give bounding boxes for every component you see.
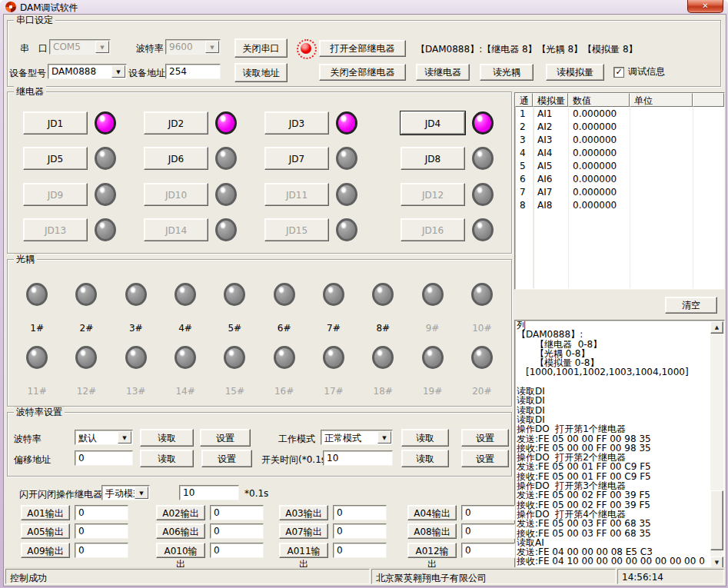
relay-button-jd5[interactable]: JD5 [23, 147, 88, 170]
opto-label: 10# [457, 323, 507, 334]
col-header-analog[interactable]: 模拟量 [533, 93, 568, 107]
relay-button-jd12[interactable]: JD12 [401, 183, 465, 206]
open-all-relays-button[interactable]: 打开全部继电器 [319, 40, 406, 57]
ao3-output-button[interactable]: A03输出 [279, 505, 328, 520]
dropdown-icon[interactable]: ▼ [95, 41, 109, 53]
baud-set-button[interactable]: 设置 [200, 429, 251, 447]
opto-cell: 18# [358, 346, 407, 397]
dropdown-icon[interactable]: ▼ [377, 431, 391, 443]
offset-set-button[interactable]: 设置 [201, 450, 252, 467]
flash-time-input[interactable]: 10 [179, 485, 239, 500]
col-header-blank[interactable] [693, 93, 724, 107]
relay-button-jd14[interactable]: JD14 [144, 218, 208, 241]
work-mode-select[interactable]: 正常模式 ▼ [321, 430, 393, 445]
ao9-output-button[interactable]: A09输出 [21, 543, 70, 558]
analog-table: 通 模拟量 数值 单位 1AI10.000000 2AI20.000000 3A… [514, 92, 725, 290]
opto-cell: 3# [111, 283, 161, 334]
table-row[interactable]: 6AI60.000000 [516, 173, 723, 186]
relay-button-jd15[interactable]: JD15 [264, 218, 329, 241]
ao8-output-input[interactable]: 0 [461, 523, 515, 539]
ao8-output-button[interactable]: A08输出 [407, 523, 457, 539]
ao2-output-input[interactable]: 0 [210, 505, 264, 520]
ao6-output-button[interactable]: A06输出 [156, 523, 205, 539]
ao10-output-button[interactable]: A010输出 [156, 543, 205, 558]
client-area: 串口设定 串 口 COM5 ▼ 波特率 9600 ▼ 关闭串口 打开全部继电器 … [3, 14, 726, 586]
relay-button-jd1[interactable]: JD1 [23, 111, 88, 135]
ao4-output-button[interactable]: A04输出 [407, 505, 457, 520]
ao12-output-input[interactable]: 0 [461, 543, 515, 558]
read-relays-button[interactable]: 读继电器 [416, 64, 470, 81]
table-row[interactable]: 1AI10.000000 [516, 108, 723, 121]
ao12-output-button[interactable]: A012输出 [407, 543, 457, 558]
log-text[interactable]: 列 【DAM0888】: 【继电器 0-8】 【光耦 0-8】 【模拟量 0-8… [517, 321, 710, 570]
relay-button-jd8[interactable]: JD8 [401, 147, 465, 170]
table-row[interactable]: 7AI70.000000 [516, 186, 723, 199]
port-select[interactable]: COM5 ▼ [49, 39, 111, 55]
work-mode-read-button[interactable]: 读取 [401, 429, 449, 447]
dropdown-icon[interactable]: ▼ [118, 431, 131, 443]
scrollbar-thumb[interactable] [710, 490, 723, 550]
ao7-output-input[interactable]: 0 [333, 523, 387, 539]
col-header-value[interactable]: 数值 [568, 93, 630, 107]
relay-button-jd11[interactable]: JD11 [264, 183, 329, 206]
serial-settings-group: 串口设定 串 口 COM5 ▼ 波特率 9600 ▼ 关闭串口 打开全部继电器 … [7, 20, 721, 87]
device-addr-input[interactable]: 254 [165, 64, 221, 79]
dropdown-icon[interactable]: ▼ [205, 41, 219, 53]
dropdown-icon[interactable]: ▼ [111, 65, 125, 78]
baud-read-button[interactable]: 读取 [140, 429, 194, 447]
ao3-output-input[interactable]: 0 [333, 505, 387, 520]
read-analog-button[interactable]: 读模拟量 [546, 64, 604, 81]
ao6-output-input[interactable]: 0 [210, 523, 264, 539]
relay-button-jd13[interactable]: JD13 [23, 218, 88, 241]
table-row[interactable]: 2AI20.000000 [516, 121, 723, 134]
ao9-output-input[interactable]: 0 [75, 543, 128, 558]
work-mode-set-button[interactable]: 设置 [461, 429, 509, 447]
dropdown-icon[interactable]: ▼ [135, 487, 148, 499]
debug-info-checkbox[interactable]: ✓ 调试信息 [613, 65, 665, 78]
ao1-output-input[interactable]: 0 [75, 505, 128, 520]
relay-button-jd4[interactable]: JD4 [401, 111, 465, 135]
close-button[interactable]: ✕ [687, 0, 723, 13]
table-row[interactable]: 4AI40.000000 [516, 147, 723, 160]
ao1-output-button[interactable]: A01输出 [21, 505, 70, 520]
flash-mode-select[interactable]: 手动模式 ▼ [101, 485, 150, 500]
offset-read-button[interactable]: 读取 [140, 450, 194, 467]
ao11-output-button[interactable]: A011输出 [279, 543, 328, 558]
table-row[interactable]: 3AI30.000000 [516, 134, 723, 147]
checkmark-icon[interactable]: ✓ [613, 67, 624, 78]
ao7-output-button[interactable]: A07输出 [279, 523, 328, 539]
ao2-output-button[interactable]: A02输出 [156, 505, 205, 520]
offset-addr-input[interactable]: 0 [75, 450, 133, 466]
switch-time-input[interactable]: 10 [323, 450, 393, 466]
relay-button-jd10[interactable]: JD10 [144, 183, 208, 206]
relay-button-jd6[interactable]: JD6 [144, 147, 208, 170]
close-port-button[interactable]: 关闭串口 [234, 38, 288, 58]
scroll-up-icon[interactable]: ▲ [710, 321, 723, 334]
read-opto-button[interactable]: 读光耦 [480, 64, 534, 81]
clear-log-button[interactable]: 清空 [665, 297, 717, 314]
switch-time-set-button[interactable]: 设置 [461, 450, 509, 467]
ao5-output-input[interactable]: 0 [75, 523, 128, 539]
close-all-relays-button[interactable]: 关闭全部继电器 [319, 64, 406, 81]
table-row[interactable]: 8AI80.000000 [516, 199, 723, 212]
col-header-unit[interactable]: 单位 [630, 93, 693, 107]
relay-button-jd9[interactable]: JD9 [23, 183, 88, 206]
baud-select[interactable]: 9600 ▼ [165, 39, 221, 55]
ao10-output-input[interactable]: 0 [210, 543, 264, 558]
opto-led-4 [175, 283, 196, 306]
relay-button-jd16[interactable]: JD16 [401, 218, 465, 241]
table-row[interactable]: 5AI50.000000 [516, 160, 723, 173]
ao4-output-input[interactable]: 0 [461, 505, 515, 520]
opto-label: 8# [358, 323, 407, 334]
read-addr-button[interactable]: 读取地址 [234, 63, 288, 82]
baud-setting-select[interactable]: 默认 ▼ [75, 430, 133, 445]
ao5-output-button[interactable]: A05输出 [21, 523, 70, 539]
relay-button-jd3[interactable]: JD3 [264, 111, 329, 135]
relay-button-jd7[interactable]: JD7 [264, 147, 329, 170]
device-model-select[interactable]: DAM0888 ▼ [48, 64, 127, 79]
switch-time-read-button[interactable]: 读取 [401, 450, 449, 467]
col-header-channel[interactable]: 通 [515, 93, 533, 107]
log-scrollbar[interactable]: ▲ ▼ [710, 321, 723, 569]
relay-button-jd2[interactable]: JD2 [144, 111, 208, 135]
ao11-output-input[interactable]: 0 [333, 543, 387, 558]
